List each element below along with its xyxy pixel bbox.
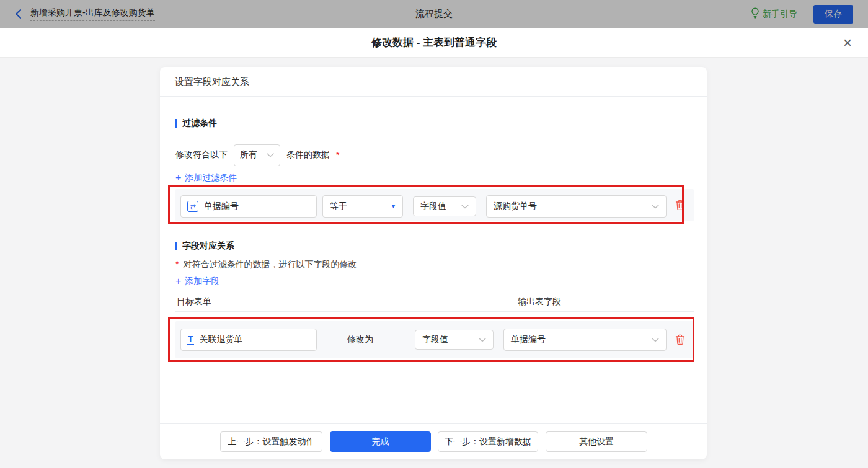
chevron-down-icon: [461, 205, 469, 209]
output-field-select[interactable]: 单据编号: [503, 329, 666, 351]
column-header-output-field: 输出表字段: [518, 296, 561, 307]
value-field-select[interactable]: 源购货单号: [486, 195, 666, 218]
target-field-input[interactable]: T 关联退货单: [180, 329, 317, 351]
sentence-suffix: 条件的数据: [286, 149, 330, 161]
beginner-guide-label: 新手引导: [763, 9, 797, 20]
modal-header: 修改数据 - 主表到普通字段 ×: [0, 28, 868, 58]
flow-submit-label: 流程提交: [0, 8, 868, 20]
other-settings-button[interactable]: 其他设置: [546, 431, 647, 452]
beginner-guide-link[interactable]: 新手引导: [751, 7, 797, 20]
card-header: 设置字段对应关系: [175, 76, 249, 88]
lightbulb-icon: [751, 7, 760, 20]
filter-field-input[interactable]: ⇄ 单据编号: [180, 195, 317, 218]
add-filter-condition-link[interactable]: + 添加过滤条件: [175, 172, 237, 183]
close-icon[interactable]: ×: [843, 35, 852, 50]
match-mode-select[interactable]: 所有: [234, 144, 280, 166]
text-field-icon: T: [187, 335, 194, 345]
plus-icon: +: [175, 277, 181, 286]
mapping-section-title: 字段对应关系: [175, 241, 234, 252]
lookup-field-icon: ⇄: [187, 201, 198, 212]
modal-title: 修改数据 - 主表到普通字段: [371, 35, 497, 50]
add-field-link[interactable]: + 添加字段: [175, 276, 219, 287]
operator-select[interactable]: 等于 ▼: [322, 195, 403, 218]
divider: [160, 423, 707, 424]
section-accent-bar: [175, 242, 177, 250]
divider: [175, 311, 694, 312]
done-button[interactable]: 完成: [330, 431, 431, 452]
delete-mapping-icon[interactable]: [675, 334, 685, 348]
prev-step-button[interactable]: 上一步：设置触发动作: [220, 431, 322, 452]
required-asterisk: *: [175, 259, 179, 269]
modify-to-label: 修改为: [347, 334, 373, 345]
top-bar: 新增采购开票-出库及修改购货单 流程提交 新手引导 保存: [0, 0, 868, 28]
caret-down-icon: ▼: [384, 196, 402, 217]
field-mapping-card: 设置字段对应关系 过滤条件 修改符合以下 所有 条件的数据 * + 添加过滤条件…: [160, 67, 707, 459]
plus-icon: +: [175, 174, 181, 182]
sentence-prefix: 修改符合以下: [175, 149, 228, 161]
section-accent-bar: [175, 119, 177, 128]
value-type-select[interactable]: 字段值: [415, 330, 494, 350]
filter-section-title: 过滤条件: [175, 118, 217, 129]
filter-condition-row: ⇄ 单据编号 等于 ▼ 字段值 源购货单号: [175, 189, 694, 221]
value-type-select[interactable]: 字段值: [413, 196, 476, 216]
chevron-down-icon: [652, 205, 659, 209]
chevron-down-icon: [479, 338, 486, 342]
delete-condition-icon[interactable]: [675, 200, 685, 213]
next-step-button[interactable]: 下一步：设置新增数据: [438, 431, 538, 452]
modal-body: 设置字段对应关系 过滤条件 修改符合以下 所有 条件的数据 * + 添加过滤条件…: [0, 58, 868, 468]
column-header-target-form: 目标表单: [177, 296, 211, 307]
filter-match-sentence: 修改符合以下 所有 条件的数据 *: [175, 144, 339, 166]
required-asterisk: *: [336, 150, 339, 160]
field-mapping-row: T 关联退货单 修改为 字段值 单据编号: [175, 321, 694, 358]
save-button[interactable]: 保存: [813, 5, 853, 24]
divider: [160, 96, 707, 97]
chevron-down-icon: [652, 338, 659, 342]
mapping-note: * 对符合过滤条件的数据，进行以下字段的修改: [175, 259, 356, 270]
chevron-down-icon: [267, 153, 274, 157]
